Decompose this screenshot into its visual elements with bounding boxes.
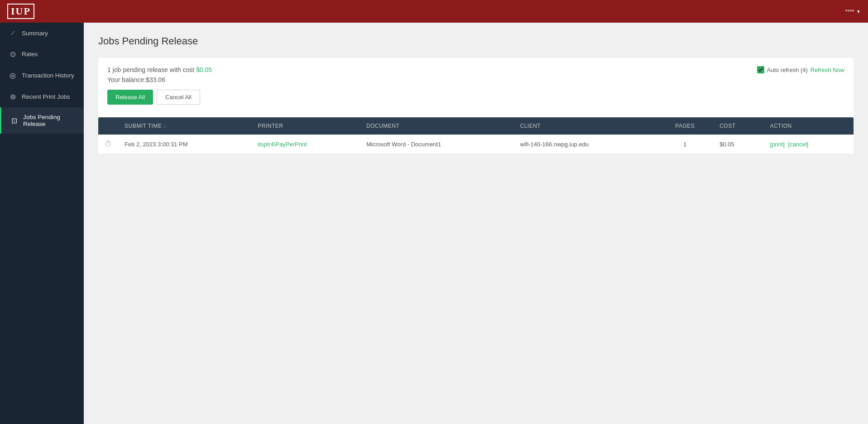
cancel-all-button[interactable]: Cancel All <box>157 90 200 105</box>
layout: ⟋ Summary ⊙ Rates ◎ Transaction History … <box>0 23 868 424</box>
info-left: 1 job pending release with cost $0.05 Yo… <box>107 66 212 90</box>
col-document: DOCUMENT <box>360 117 514 135</box>
topbar: IUP **** ▼ <box>0 0 868 23</box>
job-count-text: 1 job pending release with cost $0.05 <box>107 66 212 73</box>
col-submit-time[interactable]: SUBMIT TIME <box>118 117 251 135</box>
row-printer[interactable]: itsptr4\PayPerPrint <box>251 135 360 154</box>
col-action: ACTION <box>763 117 854 135</box>
chart-icon: ⟋ <box>8 29 17 37</box>
action-buttons: Release All Cancel All <box>107 90 844 111</box>
row-action: [print] [cancel] <box>763 135 854 154</box>
sidebar-item-label: Transaction History <box>22 72 74 79</box>
info-row: 1 job pending release with cost $0.05 Yo… <box>107 66 844 90</box>
release-all-button[interactable]: Release All <box>107 90 153 105</box>
table-header-row: SUBMIT TIME PRINTER DOCUMENT CLIENT PAGE… <box>98 117 854 135</box>
pending-icon: ⊡ <box>10 116 19 125</box>
user-icon: ◎ <box>8 71 17 80</box>
sidebar-item-label: Summary <box>22 30 48 37</box>
table-row: ⏱ Feb 2, 2023 3:00:31 PM itsptr4\PayPerP… <box>98 135 854 154</box>
balance-label: Your balance: <box>107 76 146 83</box>
printer-icon: ⊜ <box>8 92 17 101</box>
sidebar-item-jobs-pending-release[interactable]: ⊡ Jobs Pending Release <box>0 107 84 134</box>
refresh-now-link[interactable]: Refresh Now <box>810 67 844 73</box>
sidebar-item-label: Recent Print Jobs <box>22 93 70 100</box>
clock-icon: ⏱ <box>105 140 112 148</box>
row-document: Microsoft Word - Document1 <box>360 135 514 154</box>
sidebar: ⟋ Summary ⊙ Rates ◎ Transaction History … <box>0 23 84 424</box>
col-client: CLIENT <box>514 117 657 135</box>
sidebar-item-label: Rates <box>22 51 38 58</box>
main-content: Jobs Pending Release 1 job pending relea… <box>84 23 868 424</box>
app-logo: IUP <box>7 4 34 19</box>
chevron-down-icon: ▼ <box>856 9 861 14</box>
row-client: wifi-140-166.nwpg.iup.edu <box>514 135 657 154</box>
sidebar-item-recent-print-jobs[interactable]: ⊜ Recent Print Jobs <box>0 86 84 107</box>
sidebar-item-label: Jobs Pending Release <box>23 114 76 127</box>
row-pages: 1 <box>657 135 713 154</box>
row-cost: $0.05 <box>713 135 763 154</box>
row-icon-cell: ⏱ <box>98 135 118 154</box>
col-icon <box>98 117 118 135</box>
balance-text: Your balance:$33.06 <box>107 76 212 83</box>
job-cost: $0.05 <box>196 66 212 73</box>
sidebar-item-summary[interactable]: ⟋ Summary <box>0 23 84 43</box>
row-print-action[interactable]: [print] <box>770 141 785 148</box>
sidebar-item-rates[interactable]: ⊙ Rates <box>0 43 84 65</box>
user-display: **** <box>845 8 854 15</box>
auto-refresh-checkbox[interactable] <box>757 66 764 73</box>
col-printer: PRINTER <box>251 117 360 135</box>
info-bar: 1 job pending release with cost $0.05 Yo… <box>98 58 854 117</box>
sidebar-item-transaction-history[interactable]: ◎ Transaction History <box>0 65 84 86</box>
balance-value: $33.06 <box>146 76 165 83</box>
auto-refresh-area: Auto refresh (4) Refresh Now <box>757 66 844 73</box>
auto-refresh-label: Auto refresh (4) <box>767 67 808 73</box>
user-menu[interactable]: **** ▼ <box>845 8 861 15</box>
col-cost: COST <box>713 117 763 135</box>
page-title: Jobs Pending Release <box>98 35 854 47</box>
jobs-table-container: SUBMIT TIME PRINTER DOCUMENT CLIENT PAGE… <box>98 117 854 154</box>
dollar-icon: ⊙ <box>8 50 17 58</box>
jobs-table: SUBMIT TIME PRINTER DOCUMENT CLIENT PAGE… <box>98 117 854 154</box>
table-body: ⏱ Feb 2, 2023 3:00:31 PM itsptr4\PayPerP… <box>98 135 854 154</box>
row-cancel-action[interactable]: [cancel] <box>788 141 809 148</box>
job-count-prefix: 1 job pending release with cost <box>107 66 196 73</box>
row-submit-time: Feb 2, 2023 3:00:31 PM <box>118 135 251 154</box>
col-pages: PAGES <box>657 117 713 135</box>
